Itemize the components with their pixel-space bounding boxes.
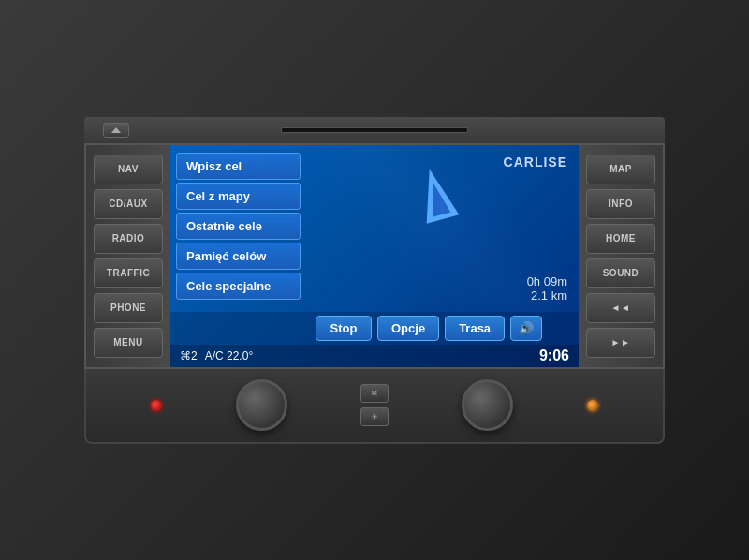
eject-button[interactable]	[103, 123, 129, 138]
nav-button[interactable]: NAV	[94, 155, 163, 184]
menu-item-ostatnie-cele[interactable]: Ostatnie cele	[176, 213, 301, 240]
heat-button[interactable]: ☀	[360, 407, 389, 426]
sound-button[interactable]: SOUND	[586, 258, 655, 288]
status-left: ⌘2 A/C 22.0°	[180, 349, 253, 362]
info-panel: CARLISE 0h 09m 2.1 km	[306, 145, 579, 312]
action-bar: Stop Opcje Trasa 🔊	[170, 312, 579, 345]
status-bar: ⌘2 A/C 22.0° 9:06	[170, 345, 579, 367]
menu-item-pamiec-celow[interactable]: Pamięć celów	[176, 243, 301, 270]
phone-button[interactable]: PHONE	[94, 293, 163, 323]
eject-icon	[111, 127, 121, 133]
menu-item-cele-specjalne[interactable]: Cele specjalne	[176, 273, 301, 300]
clock-display: 9:06	[539, 347, 569, 364]
cd-slot	[281, 127, 468, 133]
left-panel: NAV CD/AUX RADIO TRAFFIC PHONE MENU	[86, 145, 170, 367]
cd-aux-button[interactable]: CD/AUX	[94, 189, 163, 219]
fan-button[interactable]: ❄	[360, 384, 389, 403]
volume-button[interactable]: 🔊	[510, 316, 542, 341]
home-button[interactable]: HOME	[586, 224, 655, 254]
signal-indicator: ⌘2	[180, 349, 198, 362]
left-volume-knob[interactable]	[236, 379, 287, 431]
right-tune-knob[interactable]	[462, 379, 513, 431]
screen-container: Wpisz cel Cel z mapy Ostatnie cele Pamię…	[170, 145, 579, 367]
next-track-button[interactable]: ►►	[586, 328, 655, 358]
radio-button[interactable]: RADIO	[94, 224, 163, 254]
prev-track-button[interactable]: ◄◄	[586, 293, 655, 323]
trasa-button[interactable]: Trasa	[445, 316, 505, 341]
climate-indicator: A/C 22.0°	[205, 349, 254, 362]
bottom-bezel: ❄ ☀	[84, 369, 665, 444]
screen-main: Wpisz cel Cel z mapy Ostatnie cele Pamię…	[170, 145, 579, 312]
map-button[interactable]: MAP	[586, 155, 655, 184]
nav-arrow-container	[317, 169, 567, 270]
menu-button[interactable]: MENU	[94, 328, 163, 358]
bottom-controls-right	[587, 400, 598, 411]
car-unit: NAV CD/AUX RADIO TRAFFIC PHONE MENU Wpis…	[0, 0, 749, 560]
warning-light-orange	[587, 400, 598, 411]
menu-panel: Wpisz cel Cel z mapy Ostatnie cele Pamię…	[170, 145, 306, 312]
top-bezel	[84, 117, 665, 143]
center-controls: ❄ ☀	[360, 384, 389, 426]
screen: Wpisz cel Cel z mapy Ostatnie cele Pamię…	[170, 145, 579, 367]
traffic-button[interactable]: TRAFFIC	[94, 258, 163, 288]
warning-light-red	[151, 400, 162, 411]
info-button[interactable]: INFO	[586, 189, 655, 219]
opcje-button[interactable]: Opcje	[377, 316, 439, 341]
stop-button[interactable]: Stop	[316, 316, 372, 341]
right-panel: MAP INFO HOME SOUND ◄◄ ►►	[579, 145, 663, 367]
bottom-controls-left	[151, 400, 162, 411]
menu-item-wpisz-cel[interactable]: Wpisz cel	[176, 153, 301, 180]
menu-item-cel-z-mapy[interactable]: Cel z mapy	[176, 183, 301, 210]
unit-body: NAV CD/AUX RADIO TRAFFIC PHONE MENU Wpis…	[84, 143, 665, 369]
